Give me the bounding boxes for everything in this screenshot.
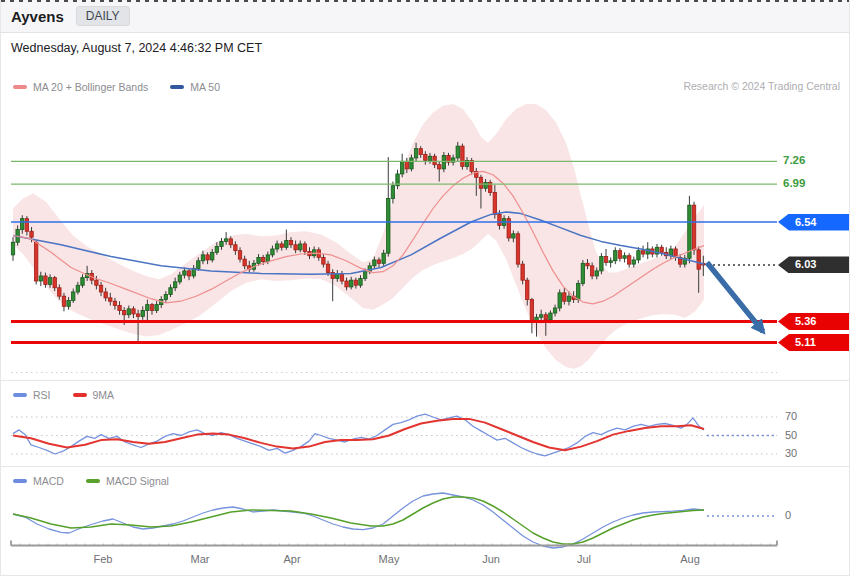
candle-up <box>391 186 394 199</box>
month-label-apr: Apr <box>275 553 309 565</box>
candle-up <box>275 244 278 249</box>
candle-down <box>419 149 422 155</box>
candle-up <box>567 296 570 301</box>
candle-down <box>516 234 519 264</box>
candle-up <box>614 251 617 261</box>
candle-down <box>377 260 380 263</box>
candle-up <box>637 251 640 260</box>
candle-down <box>641 251 644 254</box>
candle-up <box>164 294 167 299</box>
candle-down <box>433 156 436 164</box>
candle-up <box>155 305 158 311</box>
candle-down <box>243 259 246 266</box>
candle-down <box>438 165 441 169</box>
rsi-legend-item: RSI <box>13 389 51 401</box>
candle-up <box>183 271 186 275</box>
candle-up <box>141 311 144 317</box>
candle-up <box>512 234 515 238</box>
candle-up <box>285 241 288 248</box>
rsi-panel-chart[interactable] <box>1 381 850 466</box>
candle-down <box>289 241 292 245</box>
candle-down <box>206 255 209 260</box>
rsi-legend-item: 9MA <box>73 389 115 401</box>
month-label-mar: Mar <box>183 553 217 565</box>
candle-down <box>340 273 343 281</box>
candle-up <box>600 257 603 271</box>
macd-line <box>13 493 704 548</box>
candle-down <box>109 298 112 301</box>
chart-app: Ayvens DAILY Wednesday, August 7, 2024 4… <box>0 0 850 576</box>
candle-up <box>632 260 635 264</box>
panel-divider <box>1 466 849 467</box>
candle-up <box>382 253 385 263</box>
rsi-legend: RSI9MA <box>13 389 128 401</box>
candle-down <box>229 239 232 245</box>
candle-down <box>280 244 283 247</box>
candle-up <box>215 246 218 252</box>
candle-down <box>95 280 98 285</box>
candle-up <box>201 255 204 261</box>
candle-up <box>373 260 376 266</box>
candle-up <box>220 241 223 246</box>
candle-up <box>410 158 413 169</box>
candle-up <box>299 244 302 250</box>
candle-down <box>326 264 329 272</box>
instrument-title: Ayvens <box>11 8 64 25</box>
candle-down <box>150 305 153 311</box>
price-badge-5.11: 5.11 <box>778 334 850 351</box>
candle-down <box>498 214 501 225</box>
candle-up <box>553 308 556 313</box>
candle-down <box>345 281 348 287</box>
candle-up <box>414 149 417 158</box>
month-label-may: May <box>372 553 406 565</box>
month-label-jun: Jun <box>474 553 508 565</box>
macd-zero-label: 0 <box>785 509 791 521</box>
candle-up <box>456 146 459 158</box>
candle-down <box>493 192 496 214</box>
price-badge-6.03: 6.03 <box>778 256 850 273</box>
candle-up <box>257 257 260 263</box>
candle-down <box>521 264 524 280</box>
macd-swatch-icon <box>13 479 27 483</box>
candle-up <box>197 261 200 269</box>
macd-signal-swatch-icon <box>86 479 100 483</box>
candle-down <box>99 285 102 292</box>
candle-up <box>442 155 445 168</box>
candle-down <box>590 266 593 276</box>
candle-up <box>549 313 552 320</box>
bollinger-band-area <box>13 104 704 369</box>
candle-up <box>81 278 84 286</box>
main-chart-legend: MA 20 + Bollinger BandsMA 50 <box>13 81 234 93</box>
candle-down <box>53 278 56 288</box>
candle-down <box>58 288 61 296</box>
candle-down <box>405 161 408 169</box>
candle-down <box>132 309 135 314</box>
candle-up <box>169 288 172 295</box>
candle-up <box>67 300 70 306</box>
rsi-legend-label: 9MA <box>93 389 115 401</box>
candle-down <box>234 245 237 251</box>
candle-down <box>479 177 482 188</box>
candle-up <box>146 305 149 311</box>
candle-down <box>530 300 533 323</box>
9ma-swatch-icon <box>73 393 87 397</box>
candle-down <box>62 296 65 306</box>
rsi-legend-label: RSI <box>33 389 51 401</box>
macd-legend-item: MACD Signal <box>86 475 169 487</box>
candle-up <box>484 182 487 188</box>
candle-up <box>48 278 51 285</box>
candle-down <box>187 271 190 276</box>
month-label-feb: Feb <box>86 553 120 565</box>
timeframe-badge[interactable]: DAILY <box>76 6 130 26</box>
main-price-chart[interactable] <box>1 62 850 380</box>
candle-down <box>627 256 630 264</box>
main-legend-label: MA 50 <box>190 81 220 93</box>
candle-down <box>586 263 589 266</box>
month-label-jul: Jul <box>567 553 601 565</box>
candle-down <box>660 247 663 252</box>
candle-down <box>303 244 306 252</box>
rsi-axis-label-30: 30 <box>785 447 797 459</box>
candle-down <box>118 305 121 310</box>
candle-up <box>350 280 353 287</box>
candle-down <box>261 257 264 261</box>
